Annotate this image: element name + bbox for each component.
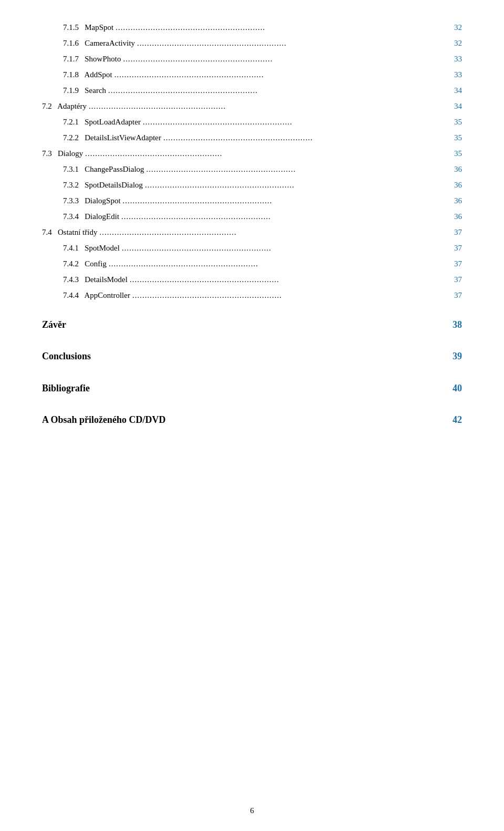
top-section-entry: Conclusions 39	[42, 348, 462, 365]
entry-dots: ........................................…	[114, 68, 452, 81]
toc-entry: 7.3.3 DialogSpot .......................…	[63, 194, 462, 207]
toc-entry: 7.2.1 SpotLoadAdapter ..................…	[63, 116, 462, 128]
toc-entries: 7.1.5 MapSpot ..........................…	[42, 21, 462, 302]
entry-page: 36	[454, 179, 462, 191]
section-label: Závěr	[42, 316, 66, 333]
entry-page: 35	[454, 147, 462, 160]
toc-entry: 7.1.8 AddSpot ..........................…	[63, 68, 462, 81]
entry-label: 7.1.6 CameraActivity	[63, 37, 135, 49]
entry-dots: ........................................…	[123, 53, 452, 65]
entry-label: 7.2.1 SpotLoadAdapter	[63, 116, 141, 128]
entry-dots: ........................................…	[116, 21, 452, 34]
entry-label: 7.4.4 AppController	[63, 289, 130, 302]
toc-entry: 7.3.2 SpotDetailsDialog ................…	[63, 179, 462, 191]
entry-label: 7.3.4 DialogEdit	[63, 210, 119, 223]
top-section-entry: A Obsah přiloženého CD/DVD 42	[42, 411, 462, 428]
entry-label: 7.3.2 SpotDetailsDialog	[63, 179, 143, 191]
section-label: Conclusions	[42, 348, 91, 365]
toc-entry: 7.2.2 DetailsListViewAdapter ...........…	[63, 131, 462, 144]
entry-label: 7.2.2 DetailsListViewAdapter	[63, 131, 161, 144]
page: 7.1.5 MapSpot ..........................…	[0, 0, 504, 831]
entry-page: 36	[454, 194, 462, 207]
section-page: 42	[453, 411, 462, 428]
entry-dots: ........................................…	[132, 289, 452, 302]
entry-dots: ........................................…	[123, 194, 452, 207]
footer: 6	[0, 806, 504, 815]
entry-label: 7.3.3 DialogSpot	[63, 194, 121, 207]
entry-page: 35	[454, 116, 462, 128]
toc-entry: 7.3 Dialogy ............................…	[42, 147, 462, 160]
toc-entry: 7.4.1 SpotModel ........................…	[63, 242, 462, 254]
entry-page: 33	[454, 53, 462, 65]
section-page: 39	[453, 348, 462, 365]
entry-dots: ........................................…	[143, 116, 452, 128]
entry-dots: ........................................…	[146, 163, 452, 175]
entry-label: 7.4.3 DetailsModel	[63, 273, 128, 286]
entry-page: 36	[454, 210, 462, 223]
toc-entry: 7.1.6 CameraActivity ...................…	[63, 37, 462, 49]
entry-label: 7.1.5 MapSpot	[63, 21, 113, 34]
toc-entry: 7.4 Ostatní třídy ......................…	[42, 226, 462, 238]
entry-page: 32	[454, 37, 462, 49]
entry-page: 37	[454, 273, 462, 286]
top-section-entry: Závěr 38	[42, 316, 462, 333]
entry-dots: ........................................…	[99, 226, 452, 238]
entry-label: 7.1.8 AddSpot	[63, 68, 112, 81]
entry-dots: ........................................…	[121, 210, 452, 223]
entry-label: 7.1.9 Search	[63, 84, 106, 97]
entry-label: 7.2 Adaptéry	[42, 100, 87, 112]
entry-label: 7.3.1 ChangePassDialog	[63, 163, 144, 175]
top-section-entry: Bibliografie 40	[42, 380, 462, 397]
entry-dots: ........................................…	[137, 37, 452, 49]
entry-page: 37	[454, 257, 462, 270]
entry-page: 36	[454, 163, 462, 175]
toc-entry: 7.1.7 ShowPhoto ........................…	[63, 53, 462, 65]
toc-entry: 7.4.4 AppController ....................…	[63, 289, 462, 302]
toc-entry: 7.1.9 Search ...........................…	[63, 84, 462, 97]
section-page: 38	[453, 316, 462, 333]
entry-page: 33	[454, 68, 462, 81]
entry-dots: ........................................…	[130, 273, 452, 286]
entry-dots: ........................................…	[145, 179, 452, 191]
toc-entry: 7.1.5 MapSpot ..........................…	[63, 21, 462, 34]
entry-dots: ........................................…	[163, 131, 452, 144]
entry-dots: ........................................…	[89, 100, 452, 112]
entry-label: 7.1.7 ShowPhoto	[63, 53, 121, 65]
top-sections: Závěr 38 Conclusions 39 Bibliografie 40 …	[42, 316, 462, 429]
entry-page: 32	[454, 21, 462, 34]
section-page: 40	[453, 380, 462, 397]
entry-page: 34	[454, 100, 462, 112]
entry-dots: ........................................…	[85, 147, 452, 160]
entry-page: 35	[454, 131, 462, 144]
section-label: A Obsah přiloženého CD/DVD	[42, 411, 166, 428]
section-label: Bibliografie	[42, 380, 90, 397]
entry-label: 7.4 Ostatní třídy	[42, 226, 97, 238]
entry-dots: ........................................…	[108, 84, 452, 97]
toc-entry: 7.3.4 DialogEdit .......................…	[63, 210, 462, 223]
entry-page: 37	[454, 226, 462, 238]
entry-label: 7.4.1 SpotModel	[63, 242, 120, 254]
entry-page: 34	[454, 84, 462, 97]
toc-entry: 7.4.3 DetailsModel .....................…	[63, 273, 462, 286]
toc-entry: 7.2 Adaptéry ...........................…	[42, 100, 462, 112]
entry-label: 7.3 Dialogy	[42, 147, 83, 160]
entry-dots: ........................................…	[122, 242, 452, 254]
entry-page: 37	[454, 289, 462, 302]
entry-page: 37	[454, 242, 462, 254]
toc-entry: 7.4.2 Config ...........................…	[63, 257, 462, 270]
entry-label: 7.4.2 Config	[63, 257, 107, 270]
page-number: 6	[250, 806, 254, 815]
toc-entry: 7.3.1 ChangePassDialog .................…	[63, 163, 462, 175]
entry-dots: ........................................…	[109, 257, 452, 270]
